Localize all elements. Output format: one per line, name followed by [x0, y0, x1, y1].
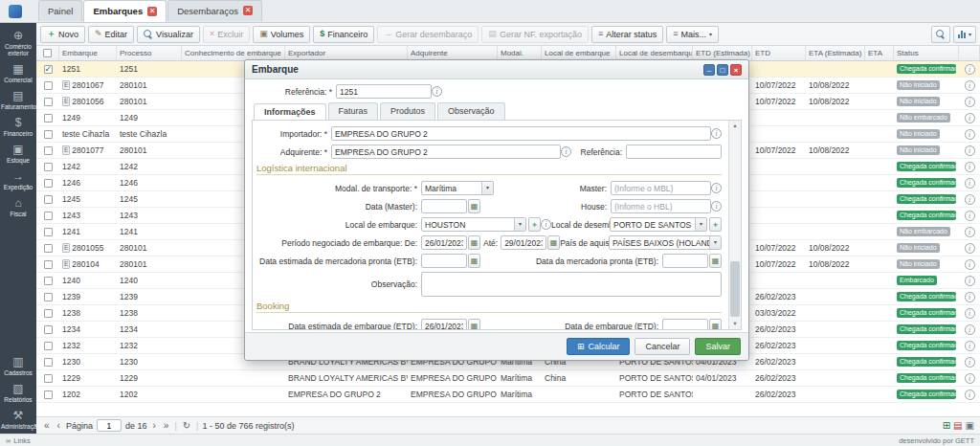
- local-embarque-select[interactable]: HOUSTON ▾: [421, 217, 526, 232]
- importador-input[interactable]: [331, 126, 711, 141]
- column-header-local-desembarque[interactable]: Local de desembarque: [616, 46, 693, 60]
- row-checkbox[interactable]: [44, 277, 53, 285]
- search-button[interactable]: [931, 26, 950, 43]
- info-icon[interactable]: i: [965, 308, 975, 319]
- scroll-up-icon[interactable]: ▲: [729, 121, 741, 131]
- volumes-button[interactable]: ▣Volumes: [253, 26, 310, 43]
- print-icon[interactable]: ▣: [966, 420, 974, 432]
- referencia-input[interactable]: [336, 84, 432, 99]
- row-checkbox[interactable]: [44, 195, 53, 204]
- info-icon[interactable]: i: [965, 276, 975, 286]
- scroll-down-icon[interactable]: ▼: [729, 319, 741, 329]
- add-local-icon[interactable]: ＋: [709, 217, 722, 232]
- cell-info[interactable]: i: [959, 211, 980, 221]
- periodo-ate-input[interactable]: [501, 235, 546, 250]
- sidebar-item-faturamento[interactable]: ▤Faturamento: [0, 87, 36, 114]
- row-checkbox-cell[interactable]: [36, 293, 59, 301]
- row-checkbox[interactable]: [44, 65, 53, 74]
- gerar-desembaraco-button[interactable]: →Gerar desembaraço: [377, 26, 479, 43]
- row-checkbox[interactable]: [44, 325, 53, 334]
- close-tab-icon[interactable]: ✕: [147, 7, 157, 16]
- calendar-icon[interactable]: ▦: [709, 254, 722, 268]
- row-checkbox-cell[interactable]: [36, 163, 59, 171]
- etd-estimada-input[interactable]: [421, 319, 467, 330]
- cell-info[interactable]: i: [959, 357, 980, 368]
- row-checkbox-cell[interactable]: [36, 179, 59, 188]
- sidebar-item-relatorios[interactable]: ▧Relatórios: [0, 380, 36, 407]
- cell-info[interactable]: i: [959, 308, 980, 319]
- info-icon[interactable]: i: [965, 243, 975, 254]
- refresh-icon[interactable]: ↻: [181, 420, 192, 432]
- row-checkbox[interactable]: [44, 293, 53, 301]
- row-checkbox[interactable]: [44, 81, 53, 90]
- chevron-down-icon[interactable]: ▾: [514, 218, 525, 231]
- cell-info[interactable]: i: [959, 194, 980, 205]
- row-checkbox[interactable]: [44, 146, 53, 155]
- row-checkbox[interactable]: [44, 114, 53, 123]
- calendar-icon[interactable]: ▦: [709, 319, 722, 330]
- page-input[interactable]: [97, 419, 122, 432]
- row-checkbox-cell[interactable]: [36, 358, 59, 367]
- cell-info[interactable]: i: [959, 113, 980, 123]
- chart-view-button[interactable]: ▾: [953, 26, 976, 43]
- info-icon[interactable]: i: [965, 390, 975, 400]
- tab-produtos[interactable]: Produtos: [380, 102, 435, 120]
- column-header-adquirente[interactable]: Adquirente: [408, 46, 498, 60]
- select-all-checkbox[interactable]: [43, 49, 52, 57]
- sidebar-item-financeiro[interactable]: $Financeiro: [0, 114, 36, 141]
- calendar-icon[interactable]: ▦: [468, 199, 480, 213]
- adquirente-input[interactable]: [331, 145, 561, 159]
- info-icon[interactable]: i: [965, 113, 975, 123]
- sidebar-item-expedicao[interactable]: →Expedição: [0, 167, 36, 194]
- close-tab-icon[interactable]: ✕: [243, 6, 253, 15]
- row-checkbox[interactable]: [44, 212, 53, 220]
- row-checkbox-cell[interactable]: [36, 342, 59, 350]
- row-checkbox-cell[interactable]: [36, 81, 59, 90]
- row-checkbox[interactable]: [44, 98, 53, 106]
- calendar-icon[interactable]: ▦: [468, 319, 480, 330]
- first-page-button[interactable]: «: [42, 420, 52, 432]
- row-checkbox[interactable]: [44, 244, 53, 253]
- cell-info[interactable]: i: [959, 145, 980, 156]
- chevron-down-icon[interactable]: ▾: [695, 218, 706, 231]
- alterar-status-button[interactable]: ≡Alterar status: [591, 26, 663, 43]
- add-local-icon[interactable]: ＋: [528, 217, 541, 232]
- info-icon[interactable]: i: [965, 129, 975, 140]
- cell-info[interactable]: i: [959, 227, 980, 237]
- info-icon[interactable]: i: [965, 211, 975, 221]
- info-icon[interactable]: i: [965, 341, 975, 351]
- scroll-thumb[interactable]: [730, 261, 740, 317]
- cell-info[interactable]: i: [959, 97, 980, 107]
- row-checkbox[interactable]: [44, 179, 53, 188]
- column-header-eta-estimada[interactable]: ETA (Estimada): [806, 46, 865, 60]
- row-checkbox-cell[interactable]: [36, 130, 59, 139]
- row-checkbox-cell[interactable]: [36, 114, 59, 123]
- cell-info[interactable]: i: [959, 390, 980, 400]
- column-header-etd-estimada[interactable]: ETD (Estimada): [693, 46, 752, 60]
- cell-info[interactable]: i: [959, 80, 980, 91]
- pdf-export-icon[interactable]: ▤: [953, 420, 962, 432]
- etb-input[interactable]: [662, 254, 708, 268]
- tab-desembaracos[interactable]: Desembaraços✕: [167, 0, 262, 21]
- row-checkbox[interactable]: [44, 130, 53, 139]
- cell-info[interactable]: i: [959, 64, 980, 75]
- info-icon[interactable]: i: [965, 80, 975, 91]
- info-icon[interactable]: i: [965, 357, 975, 368]
- row-checkbox[interactable]: [44, 228, 53, 236]
- tab-informacoes[interactable]: Informações: [254, 103, 326, 121]
- etb-estimada-input[interactable]: [421, 254, 467, 268]
- row-checkbox[interactable]: [44, 358, 53, 367]
- column-header-modal[interactable]: Modal.: [498, 46, 542, 60]
- sidebar-item-comercio-exterior[interactable]: ⊕Comércio exterior: [0, 27, 36, 60]
- column-header-status[interactable]: Status: [894, 46, 959, 60]
- salvar-button[interactable]: Salvar: [695, 338, 741, 355]
- cell-info[interactable]: i: [959, 292, 980, 302]
- column-header-local-embarque[interactable]: Local de embarque: [542, 46, 616, 60]
- editar-button[interactable]: ✎Editar: [88, 26, 134, 43]
- row-checkbox[interactable]: [44, 309, 53, 318]
- data-master-input[interactable]: [421, 199, 467, 213]
- tab-observacao[interactable]: Observação: [437, 102, 505, 120]
- cancelar-button[interactable]: Cancelar: [635, 338, 690, 355]
- calendar-icon[interactable]: ▦: [547, 235, 560, 250]
- info-icon[interactable]: i: [965, 97, 975, 107]
